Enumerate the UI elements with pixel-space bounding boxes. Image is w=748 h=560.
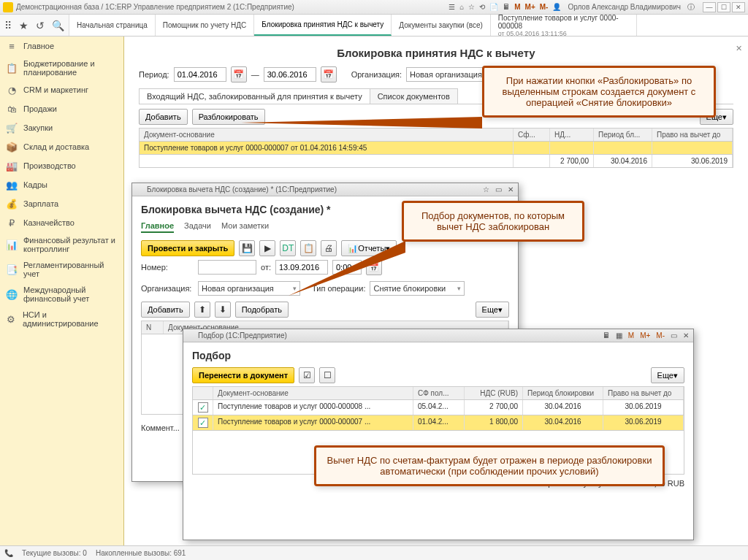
col-sf[interactable]: Сф...: [514, 129, 550, 141]
tab-nds-helper[interactable]: Помощник по учету НДС: [156, 15, 255, 36]
mtab-notes[interactable]: Мои заметки: [221, 221, 269, 233]
unblock-button[interactable]: Разблокировать: [192, 109, 265, 125]
reg-icon[interactable]: 📋: [300, 240, 316, 256]
close-icon[interactable]: ✕: [682, 331, 690, 340]
more-button[interactable]: Еще ▾: [476, 302, 509, 318]
print-icon[interactable]: 🖨: [321, 240, 337, 256]
sidebar-item-salary[interactable]: 💰Зарплата: [0, 194, 123, 213]
calendar-icon[interactable]: 📅: [231, 66, 247, 83]
checkbox-icon[interactable]: ✓: [198, 402, 208, 413]
date-from-input[interactable]: [174, 67, 226, 82]
mtab-tasks[interactable]: Задачи: [184, 221, 211, 233]
sidebar-item-sales[interactable]: 🛍Продажи: [0, 99, 123, 118]
tb-icon[interactable]: ⌂: [457, 3, 466, 11]
sidebar-item-stock[interactable]: 📦Склад и доставка: [0, 137, 123, 156]
tab-blocking[interactable]: Блокировка принятия НДС к вычету: [254, 15, 392, 36]
info-icon[interactable]: ⓘ: [685, 2, 697, 12]
mem-mminus[interactable]: M-: [538, 3, 551, 11]
sidebar-item-finresult[interactable]: 📊Финансовый результат и контроллинг: [0, 232, 123, 257]
col-sf[interactable]: СФ пол...: [413, 387, 465, 399]
col-right[interactable]: Право на вычет до: [603, 387, 684, 399]
sidebar-item-crm[interactable]: ◔CRM и маркетинг: [0, 80, 123, 99]
org-select[interactable]: Новая организация: [198, 281, 300, 296]
close-page-icon[interactable]: ✕: [736, 44, 742, 53]
fav-icon[interactable]: ☆: [481, 185, 491, 193]
down-icon[interactable]: ⬇: [215, 302, 231, 318]
min-icon[interactable]: ▭: [494, 185, 503, 193]
tab-home[interactable]: Начальная страница: [69, 15, 156, 36]
table-row[interactable]: ✓ Поступление товаров и услуг 0000-00000…: [192, 400, 684, 415]
max-button[interactable]: ☐: [717, 2, 730, 12]
close-button[interactable]: ✕: [732, 2, 745, 12]
doc-icon: 📑: [6, 264, 18, 275]
transfer-button[interactable]: Перенести в документ: [192, 367, 294, 383]
mem-m[interactable]: M: [512, 3, 522, 11]
subtab-blocked[interactable]: Входящий НДС, заблокированный для принят…: [139, 88, 370, 104]
post-icon[interactable]: ▶: [259, 240, 275, 256]
search-icon[interactable]: 🔍: [52, 20, 64, 31]
sidebar-item-budget[interactable]: 📋Бюджетирование и планирование: [0, 55, 123, 80]
tb-icon[interactable]: 🖩: [500, 3, 512, 11]
sidebar-item-admin[interactable]: ⚙НСИ и администрирование: [0, 307, 123, 331]
close-icon[interactable]: ✕: [506, 185, 515, 193]
calendar-icon[interactable]: 📅: [321, 66, 337, 83]
min-button[interactable]: —: [703, 2, 716, 12]
table-row[interactable]: 2 700,00 30.04.2016 30.06.2019: [139, 155, 733, 168]
col-n[interactable]: N: [142, 321, 164, 334]
mem-mplus[interactable]: M+: [523, 3, 538, 11]
date-input[interactable]: [275, 260, 328, 275]
sidebar-item-hr[interactable]: 👥Кадры: [0, 175, 123, 194]
star-icon[interactable]: ★: [19, 20, 28, 31]
tab-purchase-docs[interactable]: Документы закупки (все): [392, 15, 491, 36]
sidebar-item-production[interactable]: 🏭Производство: [0, 156, 123, 175]
mtab-main[interactable]: Главное: [141, 221, 174, 233]
save-icon[interactable]: 💾: [239, 240, 255, 256]
tb-icon[interactable]: ⟲: [477, 3, 487, 11]
table-row[interactable]: ✓ Поступление товаров и услуг 0000-00000…: [192, 415, 684, 431]
col-period[interactable]: Период блокировки: [523, 387, 603, 399]
grid-icon[interactable]: ▦: [614, 331, 624, 340]
tb-icon[interactable]: ☆: [466, 3, 477, 11]
sidebar-item-reglament[interactable]: 📑Регламентированный учет: [0, 257, 123, 282]
calc-icon[interactable]: 🖩: [601, 331, 611, 340]
col-period[interactable]: Период бл...: [594, 129, 652, 141]
m-icon[interactable]: M: [627, 331, 636, 340]
sidebar-item-treasury[interactable]: ₽Казначейство: [0, 213, 123, 232]
add-button[interactable]: Добавить: [141, 302, 190, 318]
col-doc[interactable]: Документ-основание: [140, 129, 514, 141]
col-chk[interactable]: [193, 387, 213, 399]
checkbox-icon[interactable]: ✓: [198, 418, 208, 428]
tb-icon[interactable]: 📄: [487, 3, 500, 11]
dt-icon[interactable]: DT: [280, 240, 296, 256]
check-all-icon[interactable]: ☑: [299, 367, 315, 383]
date-to-input[interactable]: [264, 67, 316, 82]
tab-receipt[interactable]: Поступление товаров и услуг 0000-000008о…: [491, 15, 637, 36]
pick-button[interactable]: Подобрать: [235, 302, 289, 318]
col-nds[interactable]: НДС (RUB): [465, 387, 523, 399]
col-nds[interactable]: НД...: [550, 129, 594, 141]
add-button[interactable]: Добавить: [139, 109, 188, 125]
mminus-icon[interactable]: M-: [654, 331, 666, 340]
col-doc[interactable]: Документ-основание: [213, 387, 413, 399]
history-icon[interactable]: ↺: [36, 20, 45, 31]
user-icon[interactable]: 👤: [550, 3, 563, 11]
subtab-doclist[interactable]: Список документов: [370, 88, 458, 104]
time-input[interactable]: [332, 260, 362, 275]
tb-icon[interactable]: ☰: [446, 3, 457, 11]
up-icon[interactable]: ⬆: [194, 302, 210, 318]
save-close-button[interactable]: Провести и закрыть: [141, 240, 234, 256]
table-row[interactable]: Поступление товаров и услуг 0000-000007 …: [139, 142, 733, 155]
sidebar-item-purchase[interactable]: 🛒Закупки: [0, 118, 123, 137]
uncheck-all-icon[interactable]: ☐: [319, 367, 335, 383]
mplus-icon[interactable]: M+: [638, 331, 652, 340]
sidebar-item-main[interactable]: ≡Главное: [0, 37, 123, 55]
min-icon[interactable]: ▭: [669, 331, 679, 340]
col-right[interactable]: Право на вычет до: [652, 129, 733, 141]
more-button[interactable]: Еще ▾: [651, 367, 684, 383]
grid-icon[interactable]: ⠿: [4, 20, 12, 31]
optype-select[interactable]: Снятие блокировки: [370, 281, 465, 296]
calendar-icon[interactable]: 📅: [366, 259, 382, 275]
num-input[interactable]: [198, 260, 256, 275]
sidebar-item-intl[interactable]: 🌐Международный финансовый учет: [0, 282, 123, 307]
reports-button[interactable]: 📊 Отчеты ▾: [341, 240, 397, 256]
